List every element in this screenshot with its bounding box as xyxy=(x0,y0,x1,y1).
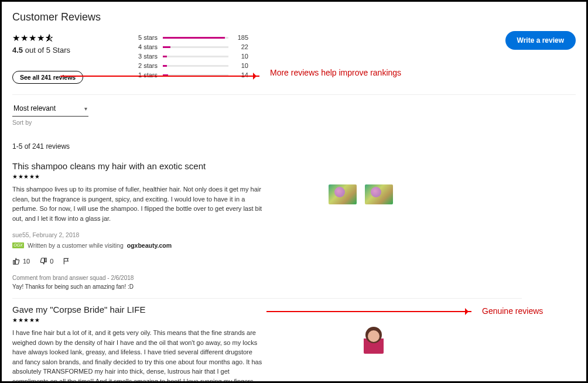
histo-bar xyxy=(163,46,228,48)
helpful-up-button[interactable]: 10 xyxy=(12,257,30,265)
thumbs-up-icon xyxy=(12,257,20,265)
flag-icon xyxy=(63,257,71,265)
rating-suffix: out of 5 Stars xyxy=(23,46,70,54)
review-stars: ★★★★★ xyxy=(12,317,522,323)
histo-bar xyxy=(163,56,228,57)
review-body: I have fine hair but a lot of it, and it… xyxy=(12,328,264,383)
sort-dropdown[interactable]: Most relevant ▾ xyxy=(12,102,88,117)
partner-badge-icon: OGX xyxy=(12,242,24,248)
review-author: sue55 xyxy=(12,231,29,238)
divider xyxy=(12,94,576,95)
histo-row-4[interactable]: 4 stars 22 xyxy=(138,42,255,52)
review-photos xyxy=(329,184,393,204)
review-stars: ★★★★★ xyxy=(12,173,522,180)
helpful-down-button[interactable]: 0 xyxy=(39,257,53,265)
histo-count: 10 xyxy=(232,53,248,60)
thumbs-down-icon xyxy=(39,257,47,265)
review-body-pre: I have fine hair but a lot of it, and it… xyxy=(12,329,262,383)
summary-row: ★★★★⯪ 4.5 out of 5 Stars See all 241 rev… xyxy=(12,33,576,84)
histo-label: 5 stars xyxy=(138,34,163,41)
sort-block: Most relevant ▾ Sort by xyxy=(12,102,88,126)
review-card: Gave my "Corpse Bride" hair LIFE ★★★★★ I… xyxy=(12,305,522,383)
histo-bar xyxy=(163,65,228,67)
section-title: Customer Reviews xyxy=(12,11,576,23)
sort-by-label: Sort by xyxy=(12,119,88,126)
histo-bar xyxy=(163,37,228,39)
histo-row-5[interactable]: 5 stars 185 xyxy=(138,33,255,42)
partner-prefix: Written by a customer while visiting xyxy=(28,242,124,249)
histo-row-3[interactable]: 3 stars 10 xyxy=(138,52,255,61)
histo-count: 14 xyxy=(232,71,248,78)
up-count: 10 xyxy=(23,258,30,265)
review-photo-thumb[interactable] xyxy=(365,184,393,204)
write-review-button[interactable]: Write a review xyxy=(505,31,576,50)
brand-comment-meta: Comment from brand answer squad - 2/6/20… xyxy=(12,275,522,281)
histo-count: 10 xyxy=(232,62,248,69)
review-title: Gave my "Corpse Bride" hair LIFE xyxy=(12,305,522,314)
histo-label: 3 stars xyxy=(138,53,163,60)
star-rating: ★★★★⯪ xyxy=(12,33,138,43)
chevron-down-icon: ▾ xyxy=(84,105,87,112)
histo-row-1[interactable]: 1 stars 14 xyxy=(138,70,255,80)
histo-bar xyxy=(163,74,228,76)
partner-site: ogxbeauty.com xyxy=(127,242,172,249)
down-count: 0 xyxy=(50,258,53,265)
review-card: This shampoo cleans my hair with an exot… xyxy=(12,161,522,299)
review-photos xyxy=(364,328,384,354)
review-date: February 2, 2018 xyxy=(32,231,79,238)
histo-label: 4 stars xyxy=(138,43,163,50)
review-photo-thumb[interactable] xyxy=(329,184,357,204)
rating-block: ★★★★⯪ 4.5 out of 5 Stars See all 241 rev… xyxy=(12,33,138,84)
see-all-reviews-button[interactable]: See all 241 reviews xyxy=(12,71,83,84)
review-photo-thumb[interactable] xyxy=(364,328,384,354)
partner-line: OGX Written by a customer while visiting… xyxy=(12,242,522,249)
histo-row-2[interactable]: 2 stars 10 xyxy=(138,61,255,70)
histo-count: 185 xyxy=(232,34,248,41)
rating-histogram: 5 stars 185 4 stars 22 3 stars 10 2 star… xyxy=(138,33,255,80)
review-meta: sue55, February 2, 2018 xyxy=(12,231,522,238)
brand-comment-body: Yay! Thanks for being such an amazing fa… xyxy=(12,283,522,290)
review-title: This shampoo cleans my hair with an exot… xyxy=(12,161,522,171)
histo-label: 2 stars xyxy=(138,62,163,69)
results-range: 1-5 of 241 reviews xyxy=(12,142,576,151)
rating-value: 4.5 xyxy=(12,46,23,54)
histo-count: 22 xyxy=(232,43,248,50)
rating-text: 4.5 out of 5 Stars xyxy=(12,46,138,54)
review-body: This shampoo lives up to its promise of … xyxy=(12,184,264,223)
report-button[interactable] xyxy=(63,257,71,265)
feedback-row: 10 0 xyxy=(12,257,522,265)
histo-label: 1 stars xyxy=(138,71,163,78)
sort-selected: Most relevant xyxy=(13,104,56,112)
